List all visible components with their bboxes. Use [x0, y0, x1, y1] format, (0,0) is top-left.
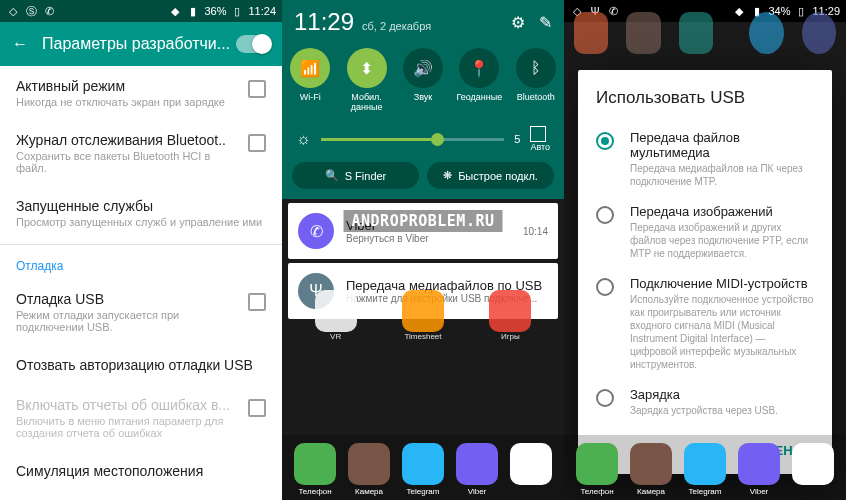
appbar: ← Параметры разработчи...: [0, 22, 282, 66]
settings-item[interactable]: Включать отчеты об ошибках в...Включить …: [0, 385, 282, 451]
radio-button[interactable]: [596, 389, 614, 407]
radio-title: Передача изображений: [630, 204, 814, 219]
item-title: Симуляция местоположения: [16, 463, 266, 479]
dock-app[interactable]: [510, 443, 552, 496]
qs-toggle[interactable]: 📶Wi-Fi: [282, 48, 338, 112]
dock-app[interactable]: Viber: [456, 443, 498, 496]
back-arrow-icon[interactable]: ←: [12, 35, 28, 53]
qs-icon: 🔊: [403, 48, 443, 88]
dock-app[interactable]: Telegram: [402, 443, 444, 496]
skype-icon: Ⓢ: [24, 4, 38, 18]
radio-title: Подключение MIDI-устройств: [630, 276, 814, 291]
radio-option[interactable]: Подключение MIDI-устройствИспользуйте по…: [596, 268, 814, 379]
radio-subtitle: Зарядка устройства через USB.: [630, 404, 814, 417]
qs-icon: 📍: [459, 48, 499, 88]
dock-app[interactable]: Telegram: [684, 443, 726, 496]
dock-app[interactable]: [792, 443, 834, 496]
qs-toggle[interactable]: 📍Геоданные: [451, 48, 507, 112]
dock: ТелефонКамераTelegramViber: [564, 435, 846, 500]
radio-button[interactable]: [596, 206, 614, 224]
battery-text: 36%: [204, 5, 226, 17]
item-title: Журнал отслеживания Bluetoot..: [16, 132, 240, 148]
item-subtitle: Режим отладки запускается при подключени…: [16, 309, 240, 333]
statusbar: ◇ Ⓢ ✆ ◆ ▮ 36% ▯ 11:24: [0, 0, 282, 22]
app-label: Камера: [630, 487, 672, 496]
settings-item[interactable]: Активный режимНикогда не отключать экран…: [0, 66, 282, 120]
edit-pencil-icon[interactable]: ✎: [539, 13, 552, 32]
phone-usb-dialog: ◇ Ψ ✆ ◆ ▮ 34% ▯ 11:29 Использовать USB П…: [564, 0, 846, 500]
sfinder-label: S Finder: [345, 170, 387, 182]
master-switch[interactable]: [236, 35, 270, 53]
shade-time: 11:29: [294, 8, 354, 36]
dock-app[interactable]: Телефон: [294, 443, 336, 496]
radio-button[interactable]: [596, 278, 614, 296]
sfinder-button[interactable]: 🔍 S Finder: [292, 162, 419, 189]
phone-settings: ◇ Ⓢ ✆ ◆ ▮ 36% ▯ 11:24 ← Параметры разраб…: [0, 0, 282, 500]
app-label: Телефон: [294, 487, 336, 496]
item-title: Запущенные службы: [16, 198, 266, 214]
qs-toggle[interactable]: ᛒBluetooth: [508, 48, 564, 112]
qs-label: Wi-Fi: [282, 92, 338, 102]
phone-notification-shade: 11:29 сб, 2 декабря ⚙ ✎ 📶Wi-Fi⬍Мобил. да…: [282, 0, 564, 500]
settings-gear-icon[interactable]: ⚙: [511, 13, 525, 32]
auto-label: Авто: [530, 142, 550, 152]
app-label: Viber: [456, 487, 498, 496]
settings-item[interactable]: Отладка USBРежим отладки запускается при…: [0, 279, 282, 345]
dock-app[interactable]: Viber: [738, 443, 780, 496]
dialog-title: Использовать USB: [596, 88, 814, 108]
qs-toggle[interactable]: ⬍Мобил. данные: [338, 48, 394, 112]
settings-item[interactable]: Симуляция местоположения: [0, 451, 282, 491]
qs-label: Геоданные: [451, 92, 507, 102]
app-icon: [348, 443, 390, 485]
item-title: Отладка USB: [16, 291, 240, 307]
app-label: Камера: [348, 487, 390, 496]
shade-buttons: 🔍 S Finder ❋ Быстрое подкл.: [282, 162, 564, 199]
app-label: VR: [315, 332, 357, 341]
signal-icon: ▮: [186, 4, 200, 18]
settings-item[interactable]: Запущенные службыПросмотр запущенных слу…: [0, 186, 282, 240]
app-label: Телефон: [576, 487, 618, 496]
app-label: Telegram: [684, 487, 726, 496]
app-label: Telegram: [402, 487, 444, 496]
item-subtitle: Никогда не отключать экран при зарядке: [16, 96, 240, 108]
radio-option[interactable]: Передача файлов мультимедиаПередача меди…: [596, 122, 814, 196]
qs-toggle[interactable]: 🔊Звук: [395, 48, 451, 112]
radio-button[interactable]: [596, 132, 614, 150]
radio-title: Зарядка: [630, 387, 814, 402]
qs-icon: 📶: [290, 48, 330, 88]
shade-header: 11:29 сб, 2 декабря ⚙ ✎: [282, 0, 564, 44]
dock: ТелефонКамераTelegramViber: [282, 435, 564, 500]
brightness-slider[interactable]: [321, 138, 505, 141]
dock-app[interactable]: Телефон: [576, 443, 618, 496]
auto-brightness-checkbox[interactable]: [530, 126, 546, 142]
dock-app[interactable]: Камера: [630, 443, 672, 496]
settings-item[interactable]: Отозвать авторизацию отладки USB: [0, 345, 282, 385]
dock-app[interactable]: Камера: [348, 443, 390, 496]
item-title: Активный режим: [16, 78, 240, 94]
checkbox[interactable]: [248, 399, 266, 417]
checkbox[interactable]: [248, 293, 266, 311]
wifi-icon: ◆: [168, 4, 182, 18]
radio-option[interactable]: Передача изображенийПередача изображений…: [596, 196, 814, 268]
radio-option[interactable]: ЗарядкаЗарядка устройства через USB.: [596, 379, 814, 425]
app-icon: [294, 443, 336, 485]
checkbox[interactable]: [248, 80, 266, 98]
qs-label: Мобил. данные: [338, 92, 394, 112]
checkbox[interactable]: [248, 134, 266, 152]
search-icon: 🔍: [325, 169, 339, 182]
settings-item[interactable]: Журнал отслеживания Bluetoot..Сохранить …: [0, 120, 282, 186]
item-subtitle: Просмотр запущенных служб и управление и…: [16, 216, 266, 228]
radio-subtitle: Передача медиафайлов на ПК через подключ…: [630, 162, 814, 188]
phone-icon: ✆: [42, 4, 56, 18]
app-icon: [402, 443, 444, 485]
dropbox-icon: ◇: [6, 4, 20, 18]
app-icon: [792, 443, 834, 485]
app-icon: [510, 443, 552, 485]
app-label: Viber: [738, 487, 780, 496]
qs-icon: ⬍: [347, 48, 387, 88]
quick-connect-button[interactable]: ❋ Быстрое подкл.: [427, 162, 554, 189]
item-subtitle: Включить в меню питания параметр для соз…: [16, 415, 240, 439]
radio-title: Передача файлов мультимедиа: [630, 130, 814, 160]
brightness-icon: ☼: [296, 130, 311, 148]
qs-label: Звук: [395, 92, 451, 102]
